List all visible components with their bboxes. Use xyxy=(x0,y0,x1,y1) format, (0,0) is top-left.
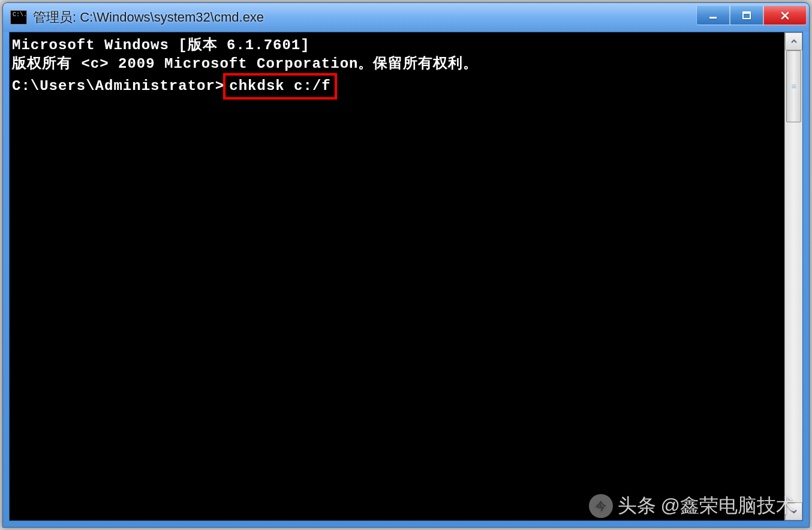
vertical-scrollbar[interactable] xyxy=(784,32,802,520)
minimize-button[interactable] xyxy=(696,6,730,25)
scroll-track[interactable] xyxy=(785,50,802,502)
close-icon xyxy=(780,10,790,21)
cmd-icon: C:\. xyxy=(10,10,27,25)
svg-rect-2 xyxy=(743,12,750,14)
svg-rect-0 xyxy=(709,17,717,19)
maximize-icon xyxy=(742,11,751,20)
window-controls xyxy=(696,6,807,25)
watermark-prefix: 头条 xyxy=(618,493,656,519)
cmd-window: C:\. 管理员: C:\Windows\system32\cmd.exe xyxy=(2,2,810,528)
content-frame: Microsoft Windows [版本 6.1.7601]版权所有 <c> … xyxy=(9,32,803,521)
minimize-icon xyxy=(708,11,718,20)
window-title: 管理员: C:\Windows\system32\cmd.exe xyxy=(33,8,696,26)
close-button[interactable] xyxy=(763,6,807,25)
maximize-button[interactable] xyxy=(730,6,763,25)
watermark-logo-icon: 今 xyxy=(589,494,613,518)
watermark: 今 头条 @鑫荣电脑技术 xyxy=(589,493,795,519)
terminal-prompt: C:\Users\Administrator> xyxy=(12,78,224,94)
terminal-line-command: C:\Users\Administrator>chkdsk c:/f xyxy=(12,73,782,99)
chevron-up-icon xyxy=(790,38,798,45)
watermark-text: @鑫荣电脑技术 xyxy=(661,493,795,519)
scroll-thumb[interactable] xyxy=(786,50,801,122)
scroll-up-button[interactable] xyxy=(785,32,802,50)
terminal-line-copyright: 版权所有 <c> 2009 Microsoft Corporation。保留所有… xyxy=(12,55,782,73)
command-highlight: chkdsk c:/f xyxy=(223,73,336,99)
terminal-line-version: Microsoft Windows [版本 6.1.7601] xyxy=(12,36,782,55)
titlebar[interactable]: C:\. 管理员: C:\Windows\system32\cmd.exe xyxy=(3,3,809,32)
terminal-output[interactable]: Microsoft Windows [版本 6.1.7601]版权所有 <c> … xyxy=(10,32,784,520)
